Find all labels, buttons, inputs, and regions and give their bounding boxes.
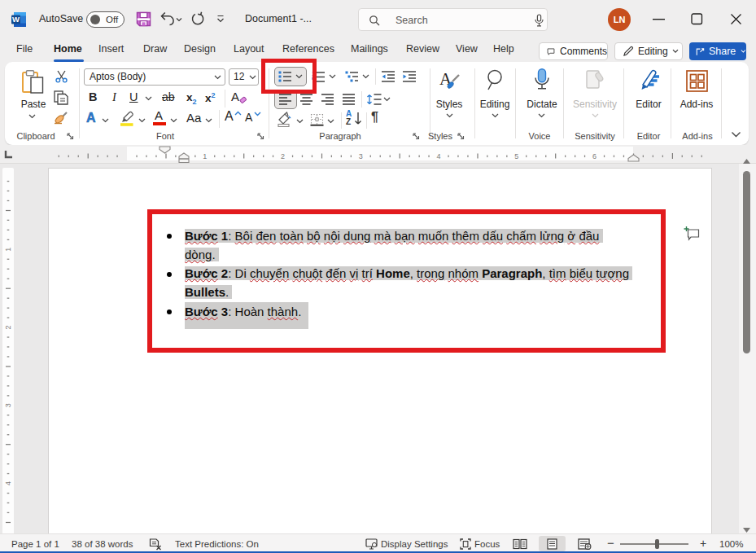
svg-text:1: 1 [203,152,207,160]
svg-text:2: 2 [281,152,285,160]
svg-text:5: 5 [514,152,518,160]
svg-text:4: 4 [436,152,440,160]
svg-text:2: 2 [4,325,12,329]
svg-text:4: 4 [4,481,12,485]
svg-text:3: 3 [359,152,363,160]
svg-text:6: 6 [592,152,596,160]
svg-text:3: 3 [4,403,12,407]
svg-text:1: 1 [4,248,12,252]
